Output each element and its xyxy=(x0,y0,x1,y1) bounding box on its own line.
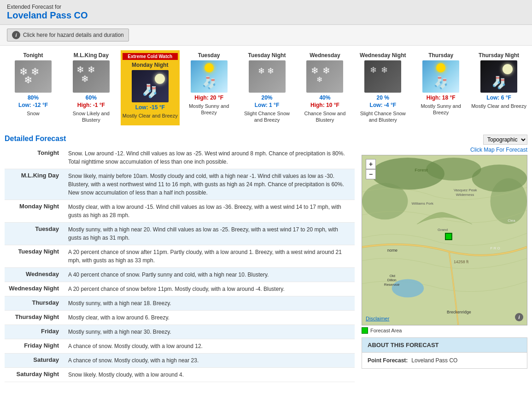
detail-period: Wednesday Night xyxy=(5,282,64,296)
map-click-label[interactable]: Click Map For Forecast xyxy=(362,147,527,153)
map-type-select[interactable]: TopographicStandardSatellite xyxy=(483,135,527,145)
disclaimer-link[interactable]: Disclaimer xyxy=(366,316,389,321)
detail-period: Thursday Night xyxy=(5,310,64,325)
page-header: Extended Forecast for Loveland Pass CO xyxy=(0,0,532,25)
forecast-section: Tonight❄❄❄80%Low: -12 °FSnowM.L.King Day… xyxy=(0,46,532,130)
detail-table-row: Thursday Mostly sunny, with a high near … xyxy=(5,296,355,310)
header-subtitle: Extended Forecast for xyxy=(7,4,525,10)
condition-text: Mostly Sunny and Breezy xyxy=(413,103,468,116)
about-point-value: Loveland Pass CO xyxy=(411,357,457,364)
forecast-day[interactable]: Tuesday🧦High: 20 °FMostly Sunny and Bree… xyxy=(181,50,238,125)
legend-label: Forecast Area xyxy=(370,328,402,333)
about-section: ABOUT THIS FORECAST Point Forecast: Love… xyxy=(362,337,527,369)
hazard-button[interactable]: i Click here for hazard details and dura… xyxy=(7,29,129,41)
about-point-label: Point Forecast: xyxy=(368,357,408,364)
detail-period: Wednesday xyxy=(5,267,64,282)
forecast-day[interactable]: Thursday🧦High: 18 °FMostly Sunny and Bre… xyxy=(412,50,469,125)
day-icon: ❄❄ xyxy=(249,60,286,93)
condition-text: Mostly Clear and Breezy xyxy=(471,103,526,109)
condition-text: Snow Likely and Blustery xyxy=(64,110,119,124)
day-icon: 🧦 xyxy=(480,60,517,93)
detail-desc: A 20 percent chance of snow before 11pm.… xyxy=(64,282,355,296)
svg-text:Breckenridge: Breckenridge xyxy=(447,310,471,314)
temp-value: High: 10 °F xyxy=(297,102,352,108)
temp-value: Low: -12 °F xyxy=(6,102,61,108)
detail-table-row: Saturday A chance of snow. Mostly cloudy… xyxy=(5,353,355,367)
day-icon: 🧦 xyxy=(422,60,459,93)
day-icon: ❄❄❄ xyxy=(15,60,52,93)
extreme-badge: Extreme Cold Watch xyxy=(123,53,178,60)
day-label: Thursday xyxy=(413,52,468,59)
main-content: Detailed Forecast Tonight Snow. Low arou… xyxy=(0,130,532,387)
day-icon: 🧦 xyxy=(191,60,228,93)
forecast-day[interactable]: Wednesday❄❄❄40%High: 10 °FChance Snow an… xyxy=(296,50,353,125)
day-icon: ❄❄ xyxy=(364,60,401,93)
day-icon: ❄❄❄ xyxy=(73,60,110,93)
svg-text:Dillon: Dillon xyxy=(387,278,397,282)
detail-table-row: Friday Night A chance of snow. Mostly cl… xyxy=(5,339,355,353)
temp-value: Low: 1 °F xyxy=(240,102,295,108)
detail-table-row: Tonight Snow. Low around -12. Wind chill… xyxy=(5,147,355,169)
detail-desc: A 40 percent chance of snow. Partly sunn… xyxy=(64,267,355,282)
detail-period: Monday Night xyxy=(5,200,64,222)
detail-table-row: M.L.King Day Snow likely, mainly before … xyxy=(5,169,355,200)
forecast-day[interactable]: Tonight❄❄❄80%Low: -12 °FSnow xyxy=(5,50,62,125)
about-content: Point Forecast: Loveland Pass CO xyxy=(362,353,527,368)
day-label: Tuesday Night xyxy=(240,52,295,59)
hazard-bar: i Click here for hazard details and dura… xyxy=(0,25,532,46)
detail-period: Saturday xyxy=(5,353,64,367)
day-label: Thursday Night xyxy=(471,52,526,59)
detail-desc: Mostly clear, with a low around -15. Win… xyxy=(64,200,355,222)
map-controls: TopographicStandardSatellite xyxy=(362,135,527,145)
map-container[interactable]: Forest 14258 ft nome Old Dillon Reservoi… xyxy=(362,155,527,325)
map-svg: Forest 14258 ft nome Old Dillon Reservoi… xyxy=(362,155,527,325)
day-icon: ❄❄❄ xyxy=(306,60,343,93)
forecast-day[interactable]: Extreme Cold WatchMonday Night🧦Low: -15 … xyxy=(121,50,180,125)
condition-text: Mostly Sunny and Breezy xyxy=(181,103,237,116)
map-zoom-in-button[interactable]: + xyxy=(366,159,376,169)
condition-text: Chance Snow and Blustery xyxy=(297,110,352,124)
temp-value: High: 20 °F xyxy=(181,94,237,101)
detail-period: Friday xyxy=(5,325,64,339)
condition-text: Mostly Clear and Breezy xyxy=(123,112,178,119)
detail-desc: Mostly sunny, with a high near 30. Breez… xyxy=(64,325,355,339)
detail-period: Thursday xyxy=(5,296,64,310)
day-label: Wednesday xyxy=(297,52,352,59)
temp-value: Low: -15 °F xyxy=(123,104,178,111)
detail-desc: A chance of snow. Mostly cloudy, with a … xyxy=(64,353,355,367)
svg-rect-20 xyxy=(445,233,452,240)
precip-percent: 20% xyxy=(240,94,295,101)
detail-period: Tuesday xyxy=(5,222,64,245)
header-title: Loveland Pass CO xyxy=(7,10,525,21)
day-label: Tuesday xyxy=(181,52,237,59)
forecast-day[interactable]: M.L.King Day❄❄❄60%High: -1 °FSnow Likely… xyxy=(63,50,120,125)
condition-text: Slight Chance Snow and Blustery xyxy=(355,110,410,124)
temp-value: Low: 6 °F xyxy=(471,94,526,101)
forecast-day[interactable]: Thursday Night🧦Low: 6 °FMostly Clear and… xyxy=(470,50,527,125)
temp-value: High: 18 °F xyxy=(413,94,468,101)
detail-period: Saturday Night xyxy=(5,367,64,382)
forecast-day[interactable]: Wednesday Night❄❄20 %Low: -4 °FSlight Ch… xyxy=(354,50,411,125)
map-zoom-controls: + − xyxy=(366,159,376,179)
detail-table-row: Monday Night Mostly clear, with a low ar… xyxy=(5,200,355,222)
forecast-grid: Tonight❄❄❄80%Low: -12 °FSnowM.L.King Day… xyxy=(5,50,527,125)
detail-desc: Mostly clear, with a low around 6. Breez… xyxy=(64,310,355,325)
day-label: M.L.King Day xyxy=(64,52,119,59)
precip-percent: 60% xyxy=(64,94,119,101)
condition-text: Slight Chance Snow and Breezy xyxy=(240,110,295,124)
detail-table-row: Friday Mostly sunny, with a high near 30… xyxy=(5,325,355,339)
forecast-day[interactable]: Tuesday Night❄❄20%Low: 1 °FSlight Chance… xyxy=(239,50,296,125)
svg-text:Wilderness: Wilderness xyxy=(456,192,474,196)
detailed-forecast-section: Detailed Forecast Tonight Snow. Low arou… xyxy=(5,135,355,382)
day-icon: 🧦 xyxy=(132,70,169,102)
detail-period: M.L.King Day xyxy=(5,169,64,200)
map-zoom-out-button[interactable]: − xyxy=(366,169,376,179)
svg-text:Old: Old xyxy=(390,273,395,277)
detail-desc: Snow. Low around -12. Wind chill values … xyxy=(64,147,355,169)
map-info-button[interactable]: i xyxy=(515,313,523,321)
svg-point-6 xyxy=(392,279,424,297)
precip-percent: 80% xyxy=(6,94,61,101)
detail-table-row: Tuesday Night A 20 percent chance of sno… xyxy=(5,245,355,267)
detail-table-row: Saturday Night Snow likely. Mostly cloud… xyxy=(5,367,355,382)
detail-desc: A 20 percent chance of snow after 11pm. … xyxy=(64,245,355,267)
